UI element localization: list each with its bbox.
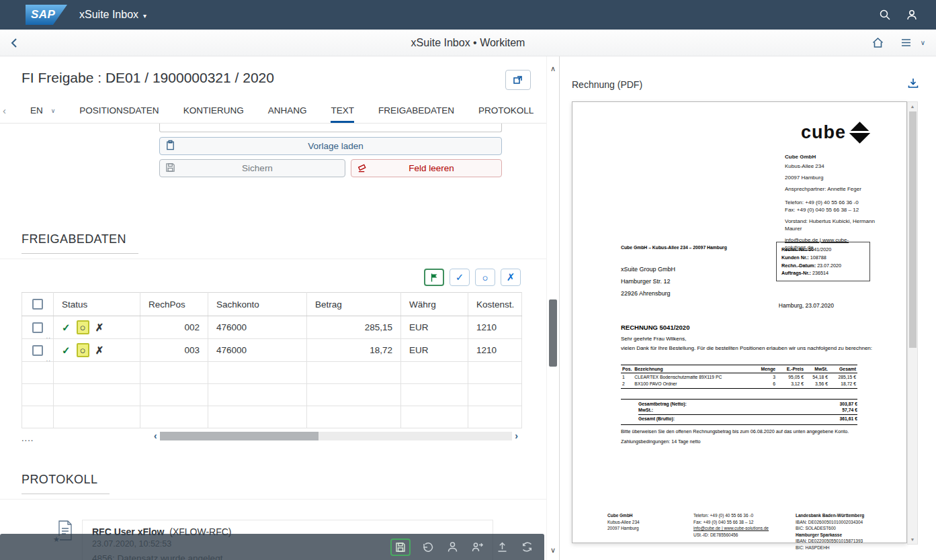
- back-button[interactable]: [0, 30, 30, 56]
- tab-kontierung[interactable]: KONTIERUNG: [183, 98, 244, 123]
- col-sachkonto[interactable]: Sachkonto: [208, 293, 307, 316]
- cell-sachkonto: 476000: [208, 316, 307, 339]
- assign-user-icon[interactable]: [444, 539, 460, 555]
- cell-rechpos: 002: [140, 316, 208, 339]
- undo-icon[interactable]: [419, 539, 435, 555]
- cell-kostenst: 1210: [468, 339, 522, 362]
- approve-all-button[interactable]: ✓: [450, 269, 470, 286]
- tab-freigabedaten[interactable]: FREIGABEDATEN: [378, 98, 454, 123]
- user-icon[interactable]: [898, 1, 925, 28]
- pdf-panel: Rechnung (PDF) cube Cube GmbH Kubus-Alle…: [560, 56, 936, 560]
- status-approve-icon[interactable]: ✓: [62, 345, 71, 355]
- cell-sachkonto: 476000: [208, 339, 307, 362]
- reject-all-button[interactable]: ✗: [501, 269, 521, 286]
- pdf-scrollbar-thumb[interactable]: [909, 111, 917, 348]
- breadcrumb: xSuite Inbox • Workitem: [0, 37, 936, 49]
- section-divider: [0, 259, 559, 259]
- forward-user-icon[interactable]: [469, 539, 485, 555]
- row-checkbox[interactable]: [32, 322, 43, 333]
- invoice-heading: RECHNUNG 5041/2020: [621, 324, 689, 331]
- empty-table-row: [22, 384, 522, 406]
- pdf-viewer: cube Cube GmbH Kubus-Allee 234 20097 Ham…: [572, 101, 936, 545]
- open-in-window-button[interactable]: [505, 70, 531, 90]
- shell-bar: SAP xSuite Inbox ▾: [0, 0, 936, 30]
- hold-all-button[interactable]: ○: [475, 269, 495, 286]
- invoice-item-row: 1 CLEARTEX Bodenschutzmatte 89X119 PC 3 …: [621, 373, 857, 381]
- col-rechpos[interactable]: RechPos: [140, 293, 208, 316]
- select-all-checkbox[interactable]: [32, 299, 43, 310]
- tab-partial-en[interactable]: EN ∨: [30, 98, 55, 123]
- menu-icon[interactable]: [895, 32, 918, 54]
- tab-protokoll[interactable]: PROTOKOLL: [478, 98, 534, 123]
- cell-waehrg: EUR: [401, 339, 468, 362]
- empty-table-row: [22, 362, 522, 384]
- table-more-indicator[interactable]: ....: [22, 433, 151, 443]
- sap-logo[interactable]: SAP: [26, 5, 67, 25]
- tab-overflow-left-icon[interactable]: ‹: [3, 98, 6, 123]
- invoice-payment-note: Bitte überweisen Sie den offenen Rechnun…: [621, 428, 890, 434]
- row-checkbox[interactable]: [32, 345, 43, 356]
- status-approve-icon[interactable]: ✓: [62, 322, 71, 332]
- cell-kostenst: 1210: [468, 316, 522, 339]
- invoice-intro: vielen Dank für Ihre Bestellung. Für die…: [621, 345, 884, 351]
- tab-dropdown-icon: ∨: [51, 107, 56, 114]
- menu-dropdown-icon[interactable]: ∨: [921, 39, 925, 46]
- paste-icon: [165, 140, 175, 152]
- upload-icon[interactable]: [494, 539, 510, 555]
- pdf-scroll-up-icon[interactable]: ▲: [908, 104, 917, 109]
- cube-logo-text: cube: [801, 122, 846, 143]
- check-icon: ✓: [456, 271, 464, 283]
- page-header-bar: xSuite Inbox • Workitem ∨: [0, 30, 936, 56]
- status-hold-icon[interactable]: ○: [77, 343, 89, 357]
- cell-betrag: 285,15: [307, 316, 401, 339]
- pdf-scroll-down-icon[interactable]: ▼: [908, 537, 917, 542]
- table-hscrollbar[interactable]: [160, 432, 513, 440]
- col-waehrg[interactable]: Währg: [401, 293, 468, 316]
- save-action-button[interactable]: [390, 539, 411, 556]
- save-text-button[interactable]: Sichern: [159, 159, 345, 177]
- clear-field-button[interactable]: Feld leeren: [351, 159, 502, 177]
- tab-anhang[interactable]: ANHANG: [268, 98, 307, 123]
- workitem-panel: FI Freigabe : DE01 / 1900000321 / 2020 ‹…: [0, 56, 560, 560]
- tab-positionsdaten[interactable]: POSITIONSDATEN: [79, 98, 159, 123]
- row-resize-dots: ..: [46, 355, 51, 362]
- status-reject-icon[interactable]: ✗: [95, 345, 104, 355]
- status-reject-icon[interactable]: ✗: [95, 322, 104, 332]
- sync-icon[interactable]: [519, 539, 535, 555]
- status-hold-icon[interactable]: ○: [77, 320, 89, 334]
- scroll-up-icon[interactable]: ∧: [547, 64, 559, 73]
- scroll-down-icon[interactable]: ∨: [547, 546, 559, 555]
- table-scroll-left-icon[interactable]: ‹: [151, 430, 160, 441]
- tab-partial-label: EN: [30, 105, 43, 115]
- invoice-item-row: 2 BX100 PAVO Ordner 6 3,12 € 3,56 € 18,7…: [621, 380, 857, 388]
- left-panel-scrollbar[interactable]: ∧ ∨: [546, 56, 559, 560]
- col-kostenst[interactable]: Kostenst.: [468, 293, 522, 316]
- table-scroll-right-icon[interactable]: ›: [512, 430, 521, 441]
- pdf-scrollbar[interactable]: ▲ ▼: [907, 101, 918, 545]
- home-icon[interactable]: [867, 32, 890, 54]
- cell-waehrg: EUR: [401, 316, 468, 339]
- invoice-page: cube Cube GmbH Kubus-Allee 234 20097 Ham…: [572, 101, 907, 543]
- app-title: xSuite Inbox: [79, 9, 138, 21]
- download-icon[interactable]: [906, 77, 920, 92]
- invoice-company-block: Cube GmbH Kubus-Allee 234 20097 Hamburg …: [785, 153, 876, 251]
- invoice-meta-box: Rechn.-Nr.: 5041/2020 Kunden Nr.: 108788…: [776, 242, 870, 281]
- left-panel-scrollbar-thumb[interactable]: [549, 299, 557, 367]
- table-hscrollbar-thumb[interactable]: [160, 432, 318, 440]
- flag-button[interactable]: [424, 269, 444, 286]
- col-betrag[interactable]: Betrag: [307, 293, 401, 316]
- text-tab-form: Vorlage laden Sichern Feld leeren: [159, 124, 502, 177]
- col-status[interactable]: Status: [54, 293, 140, 316]
- freigabedaten-heading: FREIGABEDATEN: [22, 232, 138, 254]
- footer-action-bar: [0, 534, 544, 560]
- search-icon[interactable]: [871, 1, 898, 28]
- text-area-partial[interactable]: [159, 124, 502, 132]
- invoice-sender-line: Cube GmbH – Kubus-Allee 234 – 20097 Hamb…: [621, 245, 727, 250]
- sap-logo-text: SAP: [31, 8, 55, 21]
- load-template-button[interactable]: Vorlage laden: [159, 137, 502, 155]
- app-title-menu[interactable]: xSuite Inbox ▾: [79, 9, 146, 21]
- cell-rechpos: 003: [140, 339, 208, 362]
- app-title-dropdown-icon: ▾: [143, 12, 146, 19]
- cube-diamond-icon: [849, 122, 871, 144]
- tab-text[interactable]: TEXT: [331, 98, 354, 123]
